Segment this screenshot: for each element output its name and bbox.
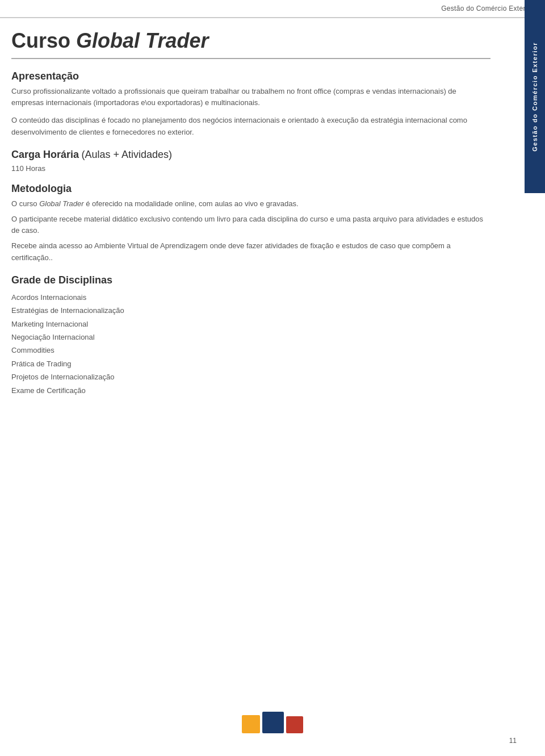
list-item: Commodities — [11, 344, 491, 357]
carga-heading-bold: Carga Horária — [11, 149, 79, 160]
top-bar: Gestão do Comércio Exterior — [0, 0, 545, 18]
apresentacao-p2: O conteúdo das disciplinas é focado no p… — [11, 115, 491, 139]
main-content: Curso Global Trader Apresentação Curso p… — [0, 18, 525, 408]
apresentacao-p1: Curso profissionalizante voltado a profi… — [11, 86, 491, 110]
list-item: Negociação Internacional — [11, 331, 491, 344]
metodologia-p1-prefix: O curso — [11, 199, 39, 208]
top-bar-text: Gestão do Comércio Exterior — [441, 5, 534, 12]
metodologia-p1-suffix: é oferecido na modalidade online, com au… — [84, 199, 299, 208]
logo-orange-square — [242, 715, 260, 733]
sidebar-label: Gestão do Comércio Exterior — [531, 42, 538, 152]
apresentacao-heading: Apresentação — [11, 70, 491, 82]
carga-horaria-block: Carga Horária (Aulas + Atividades) — [11, 149, 491, 161]
course-title-italic: Global Trader — [76, 29, 208, 52]
list-item: Projetos de Internacionalização — [11, 370, 491, 383]
grade-list: Acordos InternacionaisEstratégias de Int… — [11, 291, 491, 397]
metodologia-p1-italic: Global Trader — [39, 199, 84, 208]
metodologia-heading: Metodologia — [11, 183, 491, 195]
list-item: Exame de Certificação — [11, 384, 491, 397]
grade-heading: Grade de Disciplinas — [11, 274, 491, 286]
logo-blue-square — [262, 712, 284, 733]
page-number: 11 — [509, 737, 517, 745]
logo-area — [242, 712, 303, 733]
page-wrapper: Gestão do Comércio Exterior Gestão do Co… — [0, 0, 545, 756]
metodologia-p3: Recebe ainda acesso ao Ambiente Virtual … — [11, 240, 491, 264]
logo-red-square — [286, 716, 303, 733]
list-item: Estratégias de Internacionalização — [11, 304, 491, 317]
carga-horas: 110 Horas — [11, 164, 491, 173]
list-item: Marketing Internacional — [11, 318, 491, 331]
metodologia-p2: O participante recebe material didático … — [11, 214, 491, 237]
metodologia-p1: O curso Global Trader é oferecido na mod… — [11, 198, 491, 210]
sidebar-vertical: Gestão do Comércio Exterior — [525, 0, 545, 193]
course-title: Curso Global Trader — [11, 30, 491, 59]
list-item: Acordos Internacionais — [11, 291, 491, 304]
carga-heading-light: (Aulas + Atividades) — [82, 149, 173, 160]
list-item: Prática de Trading — [11, 357, 491, 370]
course-title-normal: Curso — [11, 29, 70, 52]
